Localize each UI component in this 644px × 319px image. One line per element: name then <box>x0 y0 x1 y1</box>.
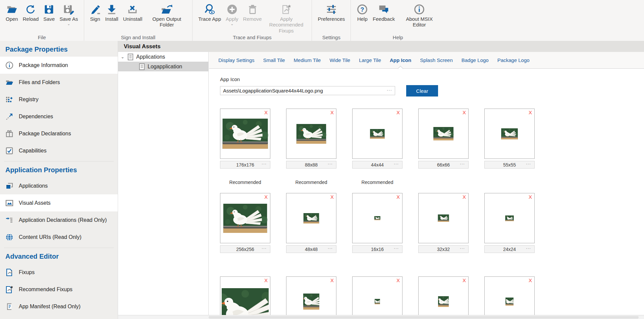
asset-tile-unplated-16[interactable]: X <box>352 276 402 319</box>
tile-menu-button[interactable]: ··· <box>460 162 465 166</box>
asset-tile-16x16[interactable]: X <box>352 193 402 243</box>
browse-ellipsis-button[interactable]: ··· <box>387 87 392 92</box>
sidebar-item-fixups[interactable]: Fixups <box>0 264 118 281</box>
help-button[interactable]: ? Help <box>354 2 370 22</box>
remove-asset-button[interactable]: X <box>463 194 466 200</box>
app-icon-path-input[interactable]: Assets\LogapplicationSquare44x44Logo.png… <box>220 86 395 95</box>
sidebar-item-applications[interactable]: Applications <box>0 177 118 194</box>
open-button-label: Open <box>6 16 18 22</box>
apply-recommended-fixups-button[interactable]: Apply Recommended Fixups <box>264 2 308 34</box>
tile-menu-button[interactable]: ··· <box>328 246 333 251</box>
open-button[interactable]: Open <box>3 2 20 22</box>
chevron-down-icon[interactable]: ⌄ <box>121 54 125 59</box>
save-as-button[interactable]: Save As ⌄ <box>57 2 80 26</box>
remove-asset-button[interactable]: X <box>330 110 334 115</box>
tree-node-applications[interactable]: ⌄ Applications <box>118 52 208 62</box>
asset-tile-32x32[interactable]: X <box>418 193 469 243</box>
tab-badge-logo[interactable]: Badge Logo <box>457 52 493 69</box>
asset-tile-44x44[interactable]: X <box>352 109 402 159</box>
dove-image <box>374 216 380 220</box>
tile-menu-button[interactable]: ··· <box>526 162 531 166</box>
folder-icon <box>5 78 13 86</box>
sidebar-item-label: Dependencies <box>19 114 53 120</box>
sidebar-item-capabilities[interactable]: Capabilities <box>0 142 118 159</box>
tab-large-tile[interactable]: Large Tile <box>355 52 385 69</box>
clear-button[interactable]: Clear <box>406 85 438 97</box>
remove-asset-button[interactable]: X <box>529 277 532 283</box>
feedback-button[interactable]: Feedback <box>370 2 397 22</box>
page-header: Visual Assets <box>118 41 644 52</box>
remove-asset-button[interactable]: X <box>264 110 268 115</box>
asset-tile-256x256[interactable]: X <box>220 193 270 243</box>
remove-asset-button[interactable]: X <box>463 110 466 115</box>
remove-asset-button[interactable]: X <box>330 277 334 283</box>
sidebar-item-registry[interactable]: Registry <box>0 91 118 108</box>
install-button[interactable]: Install <box>103 2 121 22</box>
tile-menu-button[interactable]: ··· <box>328 162 333 166</box>
remove-asset-button[interactable]: X <box>330 194 334 200</box>
about-msix-editor-button[interactable]: About MSIX Editor <box>397 2 441 28</box>
asset-tile-24x24[interactable]: X <box>484 193 535 243</box>
sidebar-item-visual-assets[interactable]: Visual Assets <box>0 194 118 211</box>
sidebar-item-dependencies[interactable]: Dependencies <box>0 108 118 125</box>
apply-button[interactable]: Apply ⌄ <box>223 2 241 26</box>
reload-button[interactable]: Reload <box>20 2 41 22</box>
uninstall-button[interactable]: Uninstall <box>121 2 145 22</box>
tile-menu-button[interactable]: ··· <box>460 246 465 251</box>
sidebar-item-recommended-fixups[interactable]: Recommended Fixups <box>0 281 118 298</box>
open-output-folder-button[interactable]: Open Output Folder <box>145 2 189 28</box>
sidebar-navigation: Package Properties Package Information F… <box>0 41 118 319</box>
remove-asset-button[interactable]: X <box>529 194 532 200</box>
asset-tile-unplated-24[interactable]: X <box>484 276 535 319</box>
size-label-box: 16x16 ··· <box>352 245 402 253</box>
sign-button[interactable]: Sign <box>88 2 103 22</box>
open-folder-icon <box>6 3 17 16</box>
registry-icon <box>5 95 13 104</box>
tree-node-logapplication[interactable]: Logapplication <box>118 62 208 71</box>
asset-tile-unplated-48[interactable]: X <box>286 276 336 319</box>
asset-tile-66x66[interactable]: X <box>418 109 469 159</box>
tile-menu-button[interactable]: ··· <box>526 246 531 251</box>
sidebar-item-content-uris[interactable]: Content URIs (Read Only) <box>0 229 118 246</box>
tab-display-settings[interactable]: Display Settings <box>214 52 259 69</box>
asset-tile-176x176[interactable]: X <box>220 109 270 159</box>
remove-asset-button[interactable]: X <box>264 277 268 283</box>
tab-app-icon[interactable]: App Icon <box>385 52 416 69</box>
remove-button[interactable]: Remove <box>241 2 264 22</box>
tab-package-logo[interactable]: Package Logo <box>493 52 534 69</box>
remove-asset-button[interactable]: X <box>529 110 532 115</box>
tile-menu-button[interactable]: ··· <box>262 162 267 166</box>
tab-wide-tile[interactable]: Wide Tile <box>325 52 355 69</box>
remove-asset-button[interactable]: X <box>396 110 400 115</box>
recommended-label: Recommended <box>286 180 336 185</box>
sidebar-item-files-and-folders[interactable]: Files and Folders <box>0 74 118 91</box>
tile-menu-button[interactable]: ··· <box>394 246 399 251</box>
remove-asset-button[interactable]: X <box>396 194 400 200</box>
size-label: 176x176 <box>236 162 254 168</box>
sidebar-item-package-information[interactable]: Package Information <box>0 57 118 74</box>
sidebar-item-package-declarations[interactable]: Package Declarations <box>0 125 118 142</box>
asset-tile-unplated-32[interactable]: X <box>418 276 469 319</box>
open-output-folder-button-label: Open Output Folder <box>147 16 186 28</box>
asset-tile-55x55[interactable]: X <box>484 109 535 159</box>
horizontal-scrollbar[interactable] <box>118 315 644 319</box>
tab-medium-tile[interactable]: Medium Tile <box>289 52 325 69</box>
remove-asset-button[interactable]: X <box>396 277 400 283</box>
remove-asset-button[interactable]: X <box>264 194 268 200</box>
sidebar-item-app-manifest[interactable]: App Manifest (Read Only) <box>0 298 118 315</box>
save-button[interactable]: Save <box>41 2 57 22</box>
asset-tile-unplated-large[interactable]: X <box>220 276 270 319</box>
sidebar-item-application-declarations[interactable]: Application Declarations (Read Only) <box>0 211 118 229</box>
asset-tile-88x88[interactable]: X <box>286 109 336 159</box>
tile-menu-button[interactable]: ··· <box>394 162 399 166</box>
remove-asset-button[interactable]: X <box>463 277 466 283</box>
asset-tile-48x48[interactable]: X <box>286 193 336 243</box>
apply-recommended-fixups-button-label: Apply Recommended Fixups <box>266 16 306 34</box>
tab-splash-screen[interactable]: Splash Screen <box>416 52 457 69</box>
trace-app-button[interactable]: Trace App <box>196 2 223 22</box>
preferences-button[interactable]: Preferences <box>315 2 347 22</box>
scrollbar-thumb[interactable] <box>209 316 639 319</box>
tile-menu-button[interactable]: ··· <box>262 246 267 251</box>
sidebar-section-application-properties: Application Properties Applications Visu… <box>4 161 114 246</box>
tab-small-tile[interactable]: Small Tile <box>259 52 289 69</box>
